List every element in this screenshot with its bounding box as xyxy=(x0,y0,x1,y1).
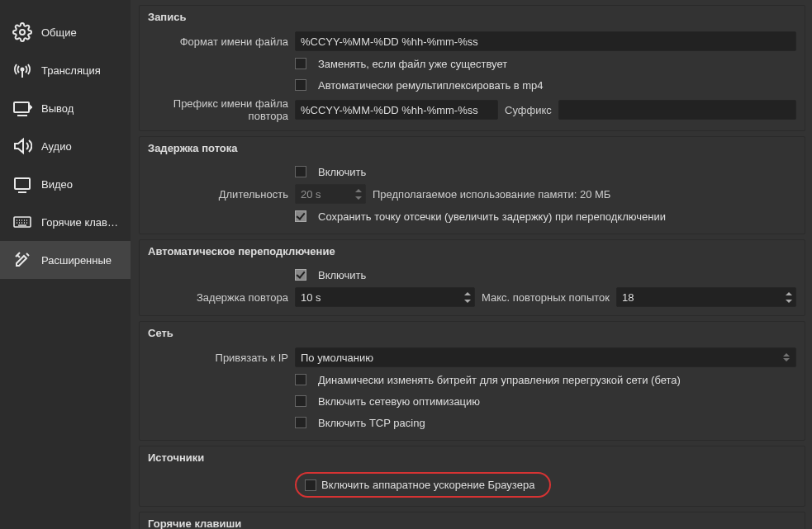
overwrite-label[interactable]: Заменять, если файл уже существует xyxy=(318,58,507,70)
group-title: Задержка потока xyxy=(140,137,805,161)
group-network: Сеть Привязать к IP По умолчанию Динамич… xyxy=(139,321,805,441)
group-title: Сеть xyxy=(140,322,805,346)
delay-preserve-checkbox[interactable] xyxy=(295,210,306,222)
dyn-bitrate-checkbox[interactable] xyxy=(295,374,306,385)
filename-format-label: Формат имени файла xyxy=(140,35,295,48)
group-title: Источники xyxy=(140,446,805,470)
dyn-bitrate-label[interactable]: Динамически изменять битрейт для управле… xyxy=(318,374,681,386)
reconnect-max-label: Макс. повторных попыток xyxy=(482,291,610,304)
group-reconnect: Автоматическое переподключение Включить … xyxy=(139,239,805,316)
sidebar-item-label: Вывод xyxy=(41,102,74,115)
group-title: Горячие клавиши xyxy=(140,512,805,529)
overwrite-checkbox[interactable] xyxy=(295,58,306,69)
replay-prefix-input[interactable] xyxy=(295,100,498,120)
group-hotkeys: Горячие клавиши Поведение фокуса горячих… xyxy=(139,512,805,529)
output-icon xyxy=(10,96,35,120)
delay-duration-spin xyxy=(295,184,366,204)
tcp-pacing-checkbox[interactable] xyxy=(295,417,306,428)
replay-suffix-input[interactable] xyxy=(558,100,796,120)
bind-ip-select[interactable]: По умолчанию xyxy=(295,347,796,367)
sidebar-item-label: Горячие клавиши xyxy=(41,216,122,229)
browser-hwaccel-label[interactable]: Включить аппаратное ускорение Браузера xyxy=(321,479,534,491)
replay-prefix-label: Префикс имени файла повтора xyxy=(140,97,295,122)
sidebar-item-label: Видео xyxy=(41,178,73,191)
highlight-annotation: Включить аппаратное ускорение Браузера xyxy=(295,472,551,498)
sidebar-item-hotkeys[interactable]: Горячие клавиши xyxy=(0,203,131,241)
group-title: Автоматическое переподключение xyxy=(140,240,805,264)
sidebar-item-label: Общие xyxy=(41,26,77,39)
sidebar-item-stream[interactable]: Трансляция xyxy=(0,51,131,89)
sidebar-item-label: Аудио xyxy=(41,140,72,153)
reconnect-delay-spin[interactable] xyxy=(295,287,475,307)
svg-rect-2 xyxy=(14,102,29,112)
delay-duration-label: Длительность xyxy=(140,188,295,201)
chevron-updown-icon xyxy=(781,353,792,361)
group-sources: Источники Включить аппаратное ускорение … xyxy=(139,446,805,507)
remux-label[interactable]: Автоматически ремультиплексировать в mp4 xyxy=(318,79,544,92)
sidebar-item-output[interactable]: Вывод xyxy=(0,89,131,127)
svg-rect-3 xyxy=(15,178,30,189)
reconnect-max-spin[interactable] xyxy=(616,287,796,307)
sidebar-item-audio[interactable]: Аудио xyxy=(0,127,131,165)
svg-point-0 xyxy=(20,30,25,35)
audio-icon xyxy=(10,134,35,158)
tcp-pacing-label[interactable]: Включить TCP pacing xyxy=(318,417,425,429)
gear-icon xyxy=(10,20,35,45)
delay-preserve-label[interactable]: Сохранить точку отсечки (увеличить задер… xyxy=(318,210,666,223)
svg-point-1 xyxy=(21,68,24,71)
bind-ip-label: Привязать к IP xyxy=(140,352,295,364)
filename-format-input[interactable] xyxy=(295,31,796,51)
net-opt-label[interactable]: Включить сетевую оптимизацию xyxy=(318,395,480,408)
delay-enable-label[interactable]: Включить xyxy=(318,166,366,178)
group-stream-delay: Задержка потока Включить Длительность Пр… xyxy=(139,136,805,234)
sidebar-item-label: Расширенные xyxy=(41,254,112,267)
delay-enable-checkbox[interactable] xyxy=(295,166,306,177)
sidebar-item-advanced[interactable]: Расширенные xyxy=(0,241,131,279)
sidebar-item-label: Трансляция xyxy=(41,64,101,77)
browser-hwaccel-checkbox[interactable] xyxy=(305,479,316,491)
group-title: Запись xyxy=(140,6,805,30)
settings-sidebar: Общие Трансляция Вывод Аудио Видео Горяч… xyxy=(0,0,131,529)
net-opt-checkbox[interactable] xyxy=(295,395,306,407)
broadcast-icon xyxy=(10,58,35,83)
sidebar-item-general[interactable]: Общие xyxy=(0,13,131,51)
reconnect-delay-label: Задержка повтора xyxy=(140,291,295,304)
video-icon xyxy=(10,172,35,196)
reconnect-enable-label[interactable]: Включить xyxy=(318,269,366,281)
group-recording: Запись Формат имени файла Заменять, если… xyxy=(139,5,805,131)
remux-checkbox[interactable] xyxy=(295,79,306,91)
keyboard-icon xyxy=(10,210,35,234)
reconnect-enable-checkbox[interactable] xyxy=(295,269,306,281)
sidebar-item-video[interactable]: Видео xyxy=(0,165,131,203)
tools-icon xyxy=(10,248,35,272)
delay-memory-hint: Предполагаемое использование памяти: 20 … xyxy=(373,188,610,201)
replay-suffix-label: Суффикс xyxy=(505,104,552,116)
settings-content[interactable]: Запись Формат имени файла Заменять, если… xyxy=(131,0,812,529)
